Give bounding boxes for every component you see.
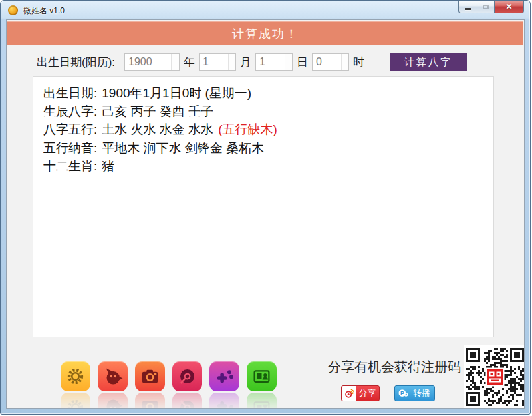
angry-bird-app-icon [98, 393, 128, 409]
rebroadcast-label: 转播 [409, 387, 434, 399]
client-area: 计算成功！ 出生日期(阳历): 年 月 日 时 计 [6, 19, 525, 409]
app-icons-row [61, 361, 277, 391]
tencent-weibo-icon: P [397, 387, 409, 399]
minimize-icon [465, 8, 471, 10]
contact-card-icon [251, 365, 273, 387]
game-controller-icon [213, 365, 235, 387]
result-label: 八字五行: [43, 122, 97, 136]
day-input[interactable] [256, 54, 285, 70]
title-bar[interactable]: 微姓名 v1.0 ✕ [1, 1, 530, 19]
result-value: 猪 [102, 159, 114, 173]
tencent-rebroadcast-button[interactable]: P 转播 [394, 385, 435, 401]
contact-card-icon [251, 397, 273, 409]
chrome-app-icon [172, 393, 202, 409]
app-window: 微姓名 v1.0 ✕ 计算成功！ 出生日期(阳历): 年 月 [0, 0, 531, 415]
status-banner: 计算成功！ [7, 21, 523, 45]
month-spinner-buttons[interactable] [228, 54, 235, 70]
day-spinbox[interactable] [255, 53, 293, 71]
result-line-nayin: 五行纳音:平地木 涧下水 剑锋金 桑柘木 [43, 139, 483, 158]
sun-icon [65, 365, 86, 387]
year-unit-label: 年 [184, 55, 195, 70]
result-line-zodiac: 十二生肖:猪 [43, 157, 483, 176]
qr-code [466, 348, 524, 406]
game-controller-app-icon[interactable] [209, 361, 239, 391]
calculate-bazi-button[interactable]: 计算八字 [390, 53, 467, 71]
camera-icon [139, 365, 161, 387]
result-line-bazi: 生辰八字:己亥 丙子 癸酉 壬子 [43, 103, 483, 121]
qr-code-panel [464, 345, 525, 409]
sun-app-icon [61, 393, 90, 409]
app-icons-reflection [61, 393, 277, 409]
day-unit-label: 日 [297, 55, 308, 70]
month-input[interactable] [200, 54, 228, 70]
hour-input[interactable] [313, 54, 341, 70]
result-value: 己亥 丙子 癸酉 壬子 [102, 104, 213, 118]
minimize-button[interactable] [458, 1, 477, 13]
share-hint-text: 分享有机会获得注册码 [328, 358, 461, 376]
status-banner-text: 计算成功！ [232, 26, 299, 42]
chrome-app-icon[interactable] [172, 361, 202, 391]
hour-unit-label: 时 [353, 55, 364, 70]
hour-spinner-buttons[interactable] [341, 54, 348, 70]
month-unit-label: 月 [240, 55, 251, 70]
hour-spinbox[interactable] [312, 53, 349, 71]
chrome-browser-icon [176, 365, 198, 387]
camera-app-icon [135, 393, 165, 409]
result-label: 出生日期: [43, 86, 97, 100]
result-label: 五行纳音: [43, 141, 97, 155]
bird-icon [102, 365, 124, 387]
window-title: 微姓名 v1.0 [23, 5, 65, 17]
result-value: 1900年1月1日0时 (星期一) [102, 86, 251, 100]
angry-bird-app-icon[interactable] [98, 361, 128, 391]
day-spinner-buttons[interactable] [285, 54, 292, 70]
camera-icon [139, 397, 161, 409]
close-icon: ✕ [505, 1, 512, 13]
game-controller-app-icon [209, 393, 239, 409]
sun-icon [65, 397, 86, 409]
maximize-icon [483, 5, 489, 9]
year-input[interactable] [125, 54, 171, 70]
result-value: 土水 火水 水金 水水 [102, 122, 213, 136]
month-spinbox[interactable] [199, 53, 236, 71]
window-controls: ✕ [459, 1, 524, 13]
svg-text:P: P [400, 390, 404, 397]
result-label: 生辰八字: [43, 104, 97, 118]
year-spinner-buttons[interactable] [171, 54, 179, 70]
birthdate-label: 出生日期(阳历): [37, 55, 115, 70]
result-missing-element-warning: (五行缺木) [218, 122, 277, 136]
results-panel: 出生日期:1900年1月1日0时 (星期一) 生辰八字:己亥 丙子 癸酉 壬子 … [33, 76, 494, 337]
weibo-share-button[interactable]: 分享 [341, 385, 380, 401]
app-logo-icon [8, 5, 18, 15]
close-button[interactable]: ✕ [494, 1, 524, 13]
weibo-eye-icon [342, 386, 356, 401]
birthdate-form: 出生日期(阳历): 年 月 日 时 计算八字 [37, 53, 467, 71]
sun-app-icon[interactable] [61, 361, 90, 391]
result-line-five-elements: 八字五行:土水 火水 水金 水水(五行缺木) [43, 120, 483, 139]
result-value: 平地木 涧下水 剑锋金 桑柘木 [102, 141, 264, 155]
game-controller-icon [213, 397, 235, 409]
result-label: 十二生肖: [43, 159, 97, 173]
contacts-app-icon[interactable] [247, 361, 277, 391]
camera-app-icon[interactable] [135, 361, 165, 391]
chrome-browser-icon [176, 397, 198, 409]
bird-icon [102, 397, 124, 409]
contacts-app-icon [247, 393, 277, 409]
maximize-button [477, 1, 495, 13]
year-spinbox[interactable] [124, 53, 180, 71]
result-line-birthdate: 出生日期:1900年1月1日0时 (星期一) [43, 84, 483, 103]
weibo-share-label: 分享 [356, 387, 379, 399]
